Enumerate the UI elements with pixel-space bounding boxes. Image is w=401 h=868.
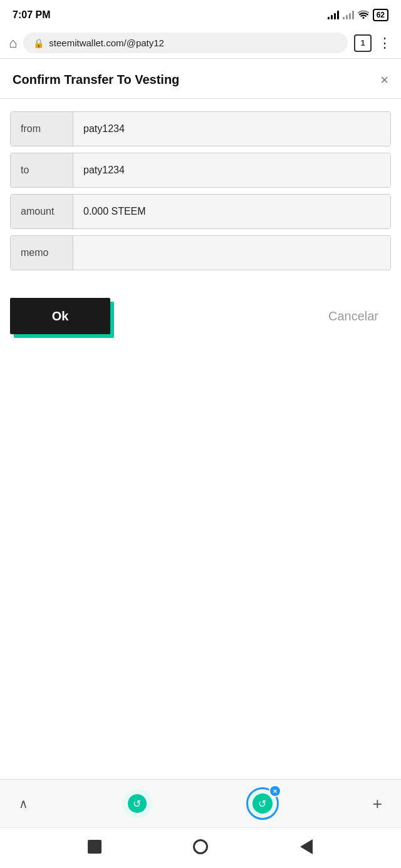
memo-label: memo	[11, 236, 73, 270]
wifi-icon	[358, 10, 369, 21]
recent-apps-icon	[88, 840, 102, 854]
system-bar	[0, 827, 401, 868]
from-label: from	[11, 112, 73, 146]
tab-thumb-inner-1: ↺	[128, 794, 147, 813]
amount-row: amount 0.000 STEEM	[10, 194, 391, 229]
from-value: paty1234	[73, 112, 390, 146]
ok-button[interactable]: Ok	[10, 298, 110, 334]
nav-up-icon[interactable]: ∧	[19, 796, 28, 811]
signal-bars-2	[343, 11, 354, 19]
ok-button-wrapper: Ok	[10, 298, 110, 334]
home-button[interactable]	[189, 835, 212, 858]
amount-value: 0.000 STEEM	[73, 195, 390, 228]
dialog-header: Confirm Transfer To Vesting ×	[0, 59, 401, 99]
to-row: to paty1234	[10, 153, 391, 188]
signal-bars-1	[328, 11, 339, 19]
to-label: to	[11, 153, 73, 187]
lock-icon: 🔒	[33, 38, 44, 48]
back-button[interactable]	[295, 835, 318, 858]
cancel-button[interactable]: Cancelar	[316, 303, 391, 330]
dialog-container: Confirm Transfer To Vesting × from paty1…	[0, 59, 401, 779]
status-icons: 62	[328, 9, 388, 21]
amount-label: amount	[11, 195, 73, 228]
bottom-nav: ∧ ↺ × ↺ +	[0, 779, 401, 827]
tab-icon-1: ↺	[133, 798, 141, 810]
home-icon[interactable]: ⌂	[9, 35, 17, 51]
tab-close-badge[interactable]: ×	[269, 785, 281, 797]
status-bar: 7:07 PM 62	[0, 0, 401, 28]
tab-count[interactable]: 1	[354, 34, 372, 52]
recent-apps-button[interactable]	[83, 835, 106, 858]
tab-active-inner: ↺	[253, 794, 273, 814]
form-section: from paty1234 to paty1234 amount 0.000 S…	[0, 99, 401, 283]
add-tab-button[interactable]: +	[373, 794, 382, 814]
from-row: from paty1234	[10, 111, 391, 146]
memo-value	[73, 236, 390, 270]
home-circle-icon	[193, 839, 208, 854]
tab-thumbnail-1[interactable]: ↺	[122, 789, 152, 819]
url-text: steemitwallet.com/@paty12	[49, 38, 164, 48]
button-row: Ok Cancelar	[0, 283, 401, 347]
browser-bar: ⌂ 🔒 steemitwallet.com/@paty12 1 ⋮	[0, 28, 401, 59]
close-button[interactable]: ×	[380, 73, 388, 87]
status-time: 7:07 PM	[13, 9, 50, 21]
tab-thumbnail-2-wrapper: × ↺	[246, 787, 279, 820]
back-arrow-icon	[300, 839, 313, 854]
dialog-title: Confirm Transfer To Vesting	[13, 73, 179, 87]
tab-icon-2: ↺	[258, 798, 266, 810]
address-bar[interactable]: 🔒 steemitwallet.com/@paty12	[23, 33, 348, 53]
to-value: paty1234	[73, 153, 390, 187]
memo-row: memo	[10, 235, 391, 270]
battery-icon: 62	[373, 9, 388, 21]
menu-dots-icon[interactable]: ⋮	[378, 35, 392, 51]
